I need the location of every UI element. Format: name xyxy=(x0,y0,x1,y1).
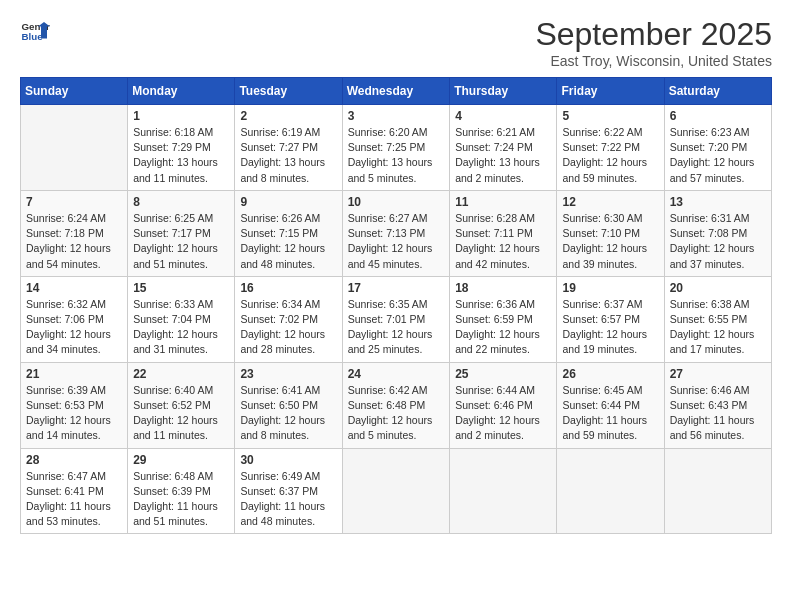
day-info: Sunrise: 6:36 AMSunset: 6:59 PMDaylight:… xyxy=(455,297,551,358)
location-title: East Troy, Wisconsin, United States xyxy=(535,53,772,69)
day-info: Sunrise: 6:37 AMSunset: 6:57 PMDaylight:… xyxy=(562,297,658,358)
calendar-week-row: 21Sunrise: 6:39 AMSunset: 6:53 PMDayligh… xyxy=(21,362,772,448)
day-info: Sunrise: 6:31 AMSunset: 7:08 PMDaylight:… xyxy=(670,211,766,272)
calendar-cell xyxy=(342,448,450,534)
day-number: 14 xyxy=(26,281,122,295)
calendar-week-row: 1Sunrise: 6:18 AMSunset: 7:29 PMDaylight… xyxy=(21,105,772,191)
calendar-cell xyxy=(450,448,557,534)
day-info: Sunrise: 6:21 AMSunset: 7:24 PMDaylight:… xyxy=(455,125,551,186)
day-info: Sunrise: 6:41 AMSunset: 6:50 PMDaylight:… xyxy=(240,383,336,444)
month-title: September 2025 xyxy=(535,16,772,53)
calendar-cell: 8Sunrise: 6:25 AMSunset: 7:17 PMDaylight… xyxy=(128,190,235,276)
calendar-header-row: Sunday Monday Tuesday Wednesday Thursday… xyxy=(21,78,772,105)
day-number: 4 xyxy=(455,109,551,123)
svg-text:Blue: Blue xyxy=(22,31,44,42)
calendar-cell: 16Sunrise: 6:34 AMSunset: 7:02 PMDayligh… xyxy=(235,276,342,362)
day-info: Sunrise: 6:45 AMSunset: 6:44 PMDaylight:… xyxy=(562,383,658,444)
calendar-cell: 29Sunrise: 6:48 AMSunset: 6:39 PMDayligh… xyxy=(128,448,235,534)
calendar-cell: 23Sunrise: 6:41 AMSunset: 6:50 PMDayligh… xyxy=(235,362,342,448)
day-number: 7 xyxy=(26,195,122,209)
calendar-cell: 17Sunrise: 6:35 AMSunset: 7:01 PMDayligh… xyxy=(342,276,450,362)
day-number: 13 xyxy=(670,195,766,209)
day-number: 20 xyxy=(670,281,766,295)
day-info: Sunrise: 6:44 AMSunset: 6:46 PMDaylight:… xyxy=(455,383,551,444)
day-info: Sunrise: 6:19 AMSunset: 7:27 PMDaylight:… xyxy=(240,125,336,186)
calendar-week-row: 7Sunrise: 6:24 AMSunset: 7:18 PMDaylight… xyxy=(21,190,772,276)
day-info: Sunrise: 6:32 AMSunset: 7:06 PMDaylight:… xyxy=(26,297,122,358)
calendar-cell: 30Sunrise: 6:49 AMSunset: 6:37 PMDayligh… xyxy=(235,448,342,534)
calendar-cell xyxy=(664,448,771,534)
calendar-week-row: 28Sunrise: 6:47 AMSunset: 6:41 PMDayligh… xyxy=(21,448,772,534)
day-info: Sunrise: 6:47 AMSunset: 6:41 PMDaylight:… xyxy=(26,469,122,530)
day-info: Sunrise: 6:18 AMSunset: 7:29 PMDaylight:… xyxy=(133,125,229,186)
col-thursday: Thursday xyxy=(450,78,557,105)
logo: General Blue xyxy=(20,16,50,46)
calendar-cell: 3Sunrise: 6:20 AMSunset: 7:25 PMDaylight… xyxy=(342,105,450,191)
calendar-cell xyxy=(557,448,664,534)
calendar: Sunday Monday Tuesday Wednesday Thursday… xyxy=(20,77,772,534)
logo-icon: General Blue xyxy=(20,16,50,46)
day-number: 11 xyxy=(455,195,551,209)
day-number: 25 xyxy=(455,367,551,381)
calendar-cell: 6Sunrise: 6:23 AMSunset: 7:20 PMDaylight… xyxy=(664,105,771,191)
day-info: Sunrise: 6:28 AMSunset: 7:11 PMDaylight:… xyxy=(455,211,551,272)
day-number: 9 xyxy=(240,195,336,209)
col-monday: Monday xyxy=(128,78,235,105)
day-info: Sunrise: 6:22 AMSunset: 7:22 PMDaylight:… xyxy=(562,125,658,186)
day-number: 12 xyxy=(562,195,658,209)
day-number: 30 xyxy=(240,453,336,467)
day-info: Sunrise: 6:49 AMSunset: 6:37 PMDaylight:… xyxy=(240,469,336,530)
day-info: Sunrise: 6:30 AMSunset: 7:10 PMDaylight:… xyxy=(562,211,658,272)
day-number: 8 xyxy=(133,195,229,209)
calendar-cell: 2Sunrise: 6:19 AMSunset: 7:27 PMDaylight… xyxy=(235,105,342,191)
day-number: 5 xyxy=(562,109,658,123)
calendar-cell: 28Sunrise: 6:47 AMSunset: 6:41 PMDayligh… xyxy=(21,448,128,534)
calendar-cell: 24Sunrise: 6:42 AMSunset: 6:48 PMDayligh… xyxy=(342,362,450,448)
day-number: 17 xyxy=(348,281,445,295)
calendar-cell: 14Sunrise: 6:32 AMSunset: 7:06 PMDayligh… xyxy=(21,276,128,362)
day-number: 10 xyxy=(348,195,445,209)
calendar-cell: 9Sunrise: 6:26 AMSunset: 7:15 PMDaylight… xyxy=(235,190,342,276)
col-friday: Friday xyxy=(557,78,664,105)
day-number: 1 xyxy=(133,109,229,123)
day-info: Sunrise: 6:33 AMSunset: 7:04 PMDaylight:… xyxy=(133,297,229,358)
day-number: 22 xyxy=(133,367,229,381)
day-number: 19 xyxy=(562,281,658,295)
day-info: Sunrise: 6:20 AMSunset: 7:25 PMDaylight:… xyxy=(348,125,445,186)
calendar-week-row: 14Sunrise: 6:32 AMSunset: 7:06 PMDayligh… xyxy=(21,276,772,362)
calendar-cell: 27Sunrise: 6:46 AMSunset: 6:43 PMDayligh… xyxy=(664,362,771,448)
day-number: 23 xyxy=(240,367,336,381)
col-saturday: Saturday xyxy=(664,78,771,105)
day-info: Sunrise: 6:42 AMSunset: 6:48 PMDaylight:… xyxy=(348,383,445,444)
col-sunday: Sunday xyxy=(21,78,128,105)
calendar-cell: 10Sunrise: 6:27 AMSunset: 7:13 PMDayligh… xyxy=(342,190,450,276)
title-area: September 2025 East Troy, Wisconsin, Uni… xyxy=(535,16,772,69)
day-info: Sunrise: 6:34 AMSunset: 7:02 PMDaylight:… xyxy=(240,297,336,358)
day-number: 28 xyxy=(26,453,122,467)
day-number: 27 xyxy=(670,367,766,381)
calendar-cell: 18Sunrise: 6:36 AMSunset: 6:59 PMDayligh… xyxy=(450,276,557,362)
day-number: 24 xyxy=(348,367,445,381)
day-info: Sunrise: 6:40 AMSunset: 6:52 PMDaylight:… xyxy=(133,383,229,444)
day-info: Sunrise: 6:24 AMSunset: 7:18 PMDaylight:… xyxy=(26,211,122,272)
day-info: Sunrise: 6:46 AMSunset: 6:43 PMDaylight:… xyxy=(670,383,766,444)
day-info: Sunrise: 6:38 AMSunset: 6:55 PMDaylight:… xyxy=(670,297,766,358)
header: General Blue September 2025 East Troy, W… xyxy=(20,16,772,69)
calendar-cell: 13Sunrise: 6:31 AMSunset: 7:08 PMDayligh… xyxy=(664,190,771,276)
day-info: Sunrise: 6:39 AMSunset: 6:53 PMDaylight:… xyxy=(26,383,122,444)
col-wednesday: Wednesday xyxy=(342,78,450,105)
calendar-cell: 21Sunrise: 6:39 AMSunset: 6:53 PMDayligh… xyxy=(21,362,128,448)
calendar-cell: 1Sunrise: 6:18 AMSunset: 7:29 PMDaylight… xyxy=(128,105,235,191)
calendar-cell: 12Sunrise: 6:30 AMSunset: 7:10 PMDayligh… xyxy=(557,190,664,276)
day-info: Sunrise: 6:25 AMSunset: 7:17 PMDaylight:… xyxy=(133,211,229,272)
day-number: 15 xyxy=(133,281,229,295)
day-number: 21 xyxy=(26,367,122,381)
calendar-cell: 5Sunrise: 6:22 AMSunset: 7:22 PMDaylight… xyxy=(557,105,664,191)
calendar-cell: 25Sunrise: 6:44 AMSunset: 6:46 PMDayligh… xyxy=(450,362,557,448)
calendar-cell: 26Sunrise: 6:45 AMSunset: 6:44 PMDayligh… xyxy=(557,362,664,448)
calendar-cell: 20Sunrise: 6:38 AMSunset: 6:55 PMDayligh… xyxy=(664,276,771,362)
day-number: 6 xyxy=(670,109,766,123)
day-info: Sunrise: 6:23 AMSunset: 7:20 PMDaylight:… xyxy=(670,125,766,186)
day-number: 18 xyxy=(455,281,551,295)
day-number: 29 xyxy=(133,453,229,467)
